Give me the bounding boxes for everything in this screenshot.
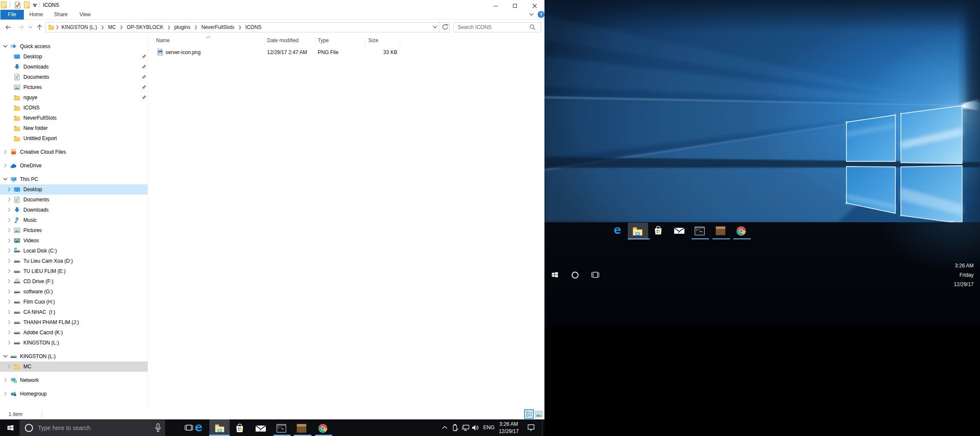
svg-text:C:\: C:\	[278, 427, 282, 429]
svg-text:C:\: C:\	[696, 229, 701, 232]
